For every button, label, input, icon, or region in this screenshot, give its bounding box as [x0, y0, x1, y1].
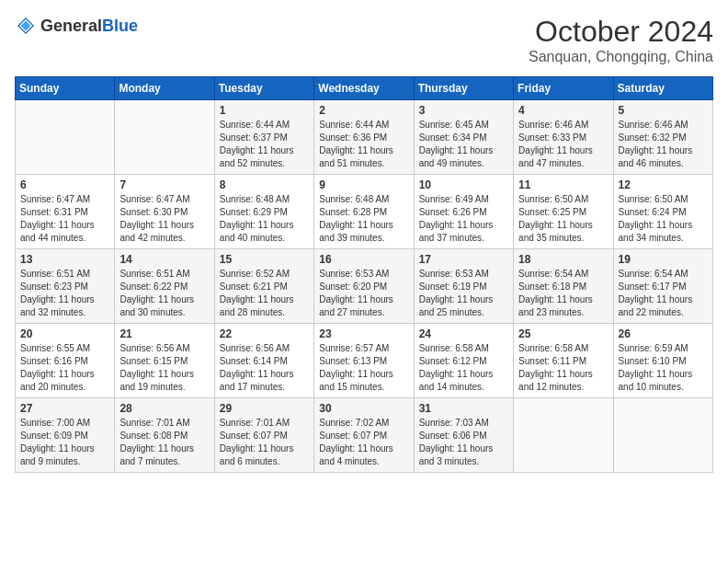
calendar-week-4: 27Sunrise: 7:00 AMSunset: 6:09 PMDayligh… — [16, 398, 713, 473]
day-number: 16 — [319, 253, 408, 266]
calendar-cell: 6Sunrise: 6:47 AMSunset: 6:31 PMDaylight… — [16, 175, 115, 249]
day-info: Sunrise: 6:45 AMSunset: 6:34 PMDaylight:… — [419, 119, 508, 170]
day-info: Sunrise: 7:00 AMSunset: 6:09 PMDaylight:… — [20, 417, 109, 468]
day-info: Sunrise: 6:51 AMSunset: 6:22 PMDaylight:… — [119, 268, 209, 319]
calendar-week-3: 20Sunrise: 6:55 AMSunset: 6:16 PMDayligh… — [16, 324, 713, 398]
day-info: Sunrise: 6:56 AMSunset: 6:14 PMDaylight:… — [220, 342, 309, 394]
calendar-cell: 15Sunrise: 6:52 AMSunset: 6:21 PMDayligh… — [214, 249, 313, 324]
logo-blue: Blue — [102, 17, 138, 35]
calendar-cell: 9Sunrise: 6:48 AMSunset: 6:28 PMDaylight… — [314, 175, 414, 249]
day-number: 12 — [619, 178, 708, 191]
day-number: 22 — [220, 327, 309, 340]
day-info: Sunrise: 6:50 AMSunset: 6:25 PMDaylight:… — [518, 193, 608, 245]
day-number: 25 — [518, 327, 608, 340]
day-number: 28 — [119, 402, 209, 415]
day-info: Sunrise: 6:54 AMSunset: 6:17 PMDaylight:… — [619, 268, 708, 319]
calendar-cell: 27Sunrise: 7:00 AMSunset: 6:09 PMDayligh… — [16, 398, 115, 473]
calendar-header: SundayMondayTuesdayWednesdayThursdayFrid… — [16, 77, 713, 100]
day-number: 5 — [619, 104, 708, 117]
day-info: Sunrise: 6:51 AMSunset: 6:23 PMDaylight:… — [20, 268, 109, 319]
day-number: 11 — [518, 178, 608, 191]
day-info: Sunrise: 6:59 AMSunset: 6:10 PMDaylight:… — [619, 342, 708, 394]
calendar-cell: 20Sunrise: 6:55 AMSunset: 6:16 PMDayligh… — [16, 324, 115, 398]
calendar-cell: 13Sunrise: 6:51 AMSunset: 6:23 PMDayligh… — [16, 249, 115, 324]
weekday-header-saturday: Saturday — [613, 77, 712, 100]
day-info: Sunrise: 6:57 AMSunset: 6:13 PMDaylight:… — [319, 342, 408, 394]
day-number: 17 — [419, 253, 508, 266]
calendar-cell: 11Sunrise: 6:50 AMSunset: 6:25 PMDayligh… — [514, 175, 613, 249]
day-number: 18 — [518, 253, 608, 266]
calendar-table: SundayMondayTuesdayWednesdayThursdayFrid… — [15, 76, 713, 473]
weekday-header-tuesday: Tuesday — [214, 77, 313, 100]
day-info: Sunrise: 7:02 AMSunset: 6:07 PMDaylight:… — [319, 417, 408, 468]
calendar-cell: 2Sunrise: 6:44 AMSunset: 6:36 PMDaylight… — [314, 100, 414, 175]
day-number: 3 — [419, 104, 508, 117]
weekday-header-thursday: Thursday — [414, 77, 513, 100]
day-info: Sunrise: 6:48 AMSunset: 6:28 PMDaylight:… — [319, 193, 408, 245]
calendar-cell: 8Sunrise: 6:48 AMSunset: 6:29 PMDaylight… — [214, 175, 313, 249]
weekday-header-wednesday: Wednesday — [314, 77, 414, 100]
day-number: 6 — [20, 178, 109, 191]
calendar-cell: 1Sunrise: 6:44 AMSunset: 6:37 PMDaylight… — [214, 100, 313, 175]
day-number: 1 — [220, 104, 309, 117]
weekday-header-friday: Friday — [514, 77, 613, 100]
calendar-week-2: 13Sunrise: 6:51 AMSunset: 6:23 PMDayligh… — [16, 249, 713, 324]
day-info: Sunrise: 6:54 AMSunset: 6:18 PMDaylight:… — [518, 268, 608, 319]
calendar-cell: 22Sunrise: 6:56 AMSunset: 6:14 PMDayligh… — [214, 324, 313, 398]
day-number: 27 — [20, 402, 109, 415]
day-number: 29 — [220, 402, 309, 415]
day-info: Sunrise: 6:53 AMSunset: 6:20 PMDaylight:… — [319, 268, 408, 319]
logo-icon — [15, 15, 37, 37]
day-number: 26 — [619, 327, 708, 340]
weekday-header-monday: Monday — [115, 77, 214, 100]
day-info: Sunrise: 7:01 AMSunset: 6:08 PMDaylight:… — [119, 417, 209, 468]
day-info: Sunrise: 6:52 AMSunset: 6:21 PMDaylight:… — [220, 268, 309, 319]
day-number: 8 — [220, 178, 309, 191]
calendar-cell: 25Sunrise: 6:58 AMSunset: 6:11 PMDayligh… — [514, 324, 613, 398]
day-number: 7 — [119, 178, 209, 191]
day-info: Sunrise: 6:46 AMSunset: 6:32 PMDaylight:… — [619, 119, 708, 170]
calendar-cell: 7Sunrise: 6:47 AMSunset: 6:30 PMDaylight… — [115, 175, 214, 249]
page-header: GeneralBlue October 2024 Sanquan, Chongq… — [15, 15, 713, 65]
day-info: Sunrise: 6:44 AMSunset: 6:36 PMDaylight:… — [319, 119, 408, 170]
day-info: Sunrise: 6:58 AMSunset: 6:12 PMDaylight:… — [419, 342, 508, 394]
day-number: 4 — [518, 104, 608, 117]
day-info: Sunrise: 6:49 AMSunset: 6:26 PMDaylight:… — [419, 193, 508, 245]
calendar-cell: 29Sunrise: 7:01 AMSunset: 6:07 PMDayligh… — [214, 398, 313, 473]
day-info: Sunrise: 6:50 AMSunset: 6:24 PMDaylight:… — [619, 193, 708, 245]
weekday-header-sunday: Sunday — [16, 77, 115, 100]
day-info: Sunrise: 7:01 AMSunset: 6:07 PMDaylight:… — [220, 417, 309, 468]
day-info: Sunrise: 6:53 AMSunset: 6:19 PMDaylight:… — [419, 268, 508, 319]
calendar-cell: 28Sunrise: 7:01 AMSunset: 6:08 PMDayligh… — [115, 398, 214, 473]
calendar-cell — [115, 100, 214, 175]
calendar-cell: 23Sunrise: 6:57 AMSunset: 6:13 PMDayligh… — [314, 324, 414, 398]
calendar-cell: 26Sunrise: 6:59 AMSunset: 6:10 PMDayligh… — [613, 324, 712, 398]
calendar-cell — [514, 398, 613, 473]
day-number: 19 — [619, 253, 708, 266]
day-info: Sunrise: 7:03 AMSunset: 6:06 PMDaylight:… — [419, 417, 508, 468]
calendar-cell: 10Sunrise: 6:49 AMSunset: 6:26 PMDayligh… — [414, 175, 513, 249]
weekday-header-row: SundayMondayTuesdayWednesdayThursdayFrid… — [16, 77, 713, 100]
calendar-cell: 31Sunrise: 7:03 AMSunset: 6:06 PMDayligh… — [414, 398, 513, 473]
calendar-week-0: 1Sunrise: 6:44 AMSunset: 6:37 PMDaylight… — [16, 100, 713, 175]
calendar-cell: 3Sunrise: 6:45 AMSunset: 6:34 PMDaylight… — [414, 100, 513, 175]
day-info: Sunrise: 6:46 AMSunset: 6:33 PMDaylight:… — [518, 119, 608, 170]
calendar-body: 1Sunrise: 6:44 AMSunset: 6:37 PMDaylight… — [16, 100, 713, 473]
day-number: 15 — [220, 253, 309, 266]
month-title: October 2024 — [529, 15, 713, 49]
calendar-cell: 30Sunrise: 7:02 AMSunset: 6:07 PMDayligh… — [314, 398, 414, 473]
calendar-cell: 17Sunrise: 6:53 AMSunset: 6:19 PMDayligh… — [414, 249, 513, 324]
calendar-cell: 16Sunrise: 6:53 AMSunset: 6:20 PMDayligh… — [314, 249, 414, 324]
day-number: 31 — [419, 402, 508, 415]
day-number: 13 — [20, 253, 109, 266]
calendar-cell: 21Sunrise: 6:56 AMSunset: 6:15 PMDayligh… — [115, 324, 214, 398]
day-number: 20 — [20, 327, 109, 340]
day-info: Sunrise: 6:56 AMSunset: 6:15 PMDaylight:… — [119, 342, 209, 394]
calendar-cell: 5Sunrise: 6:46 AMSunset: 6:32 PMDaylight… — [613, 100, 712, 175]
day-number: 30 — [319, 402, 408, 415]
day-info: Sunrise: 6:58 AMSunset: 6:11 PMDaylight:… — [518, 342, 608, 394]
day-number: 21 — [119, 327, 209, 340]
day-number: 10 — [419, 178, 508, 191]
logo-general: General — [40, 17, 102, 35]
calendar-cell: 14Sunrise: 6:51 AMSunset: 6:22 PMDayligh… — [115, 249, 214, 324]
